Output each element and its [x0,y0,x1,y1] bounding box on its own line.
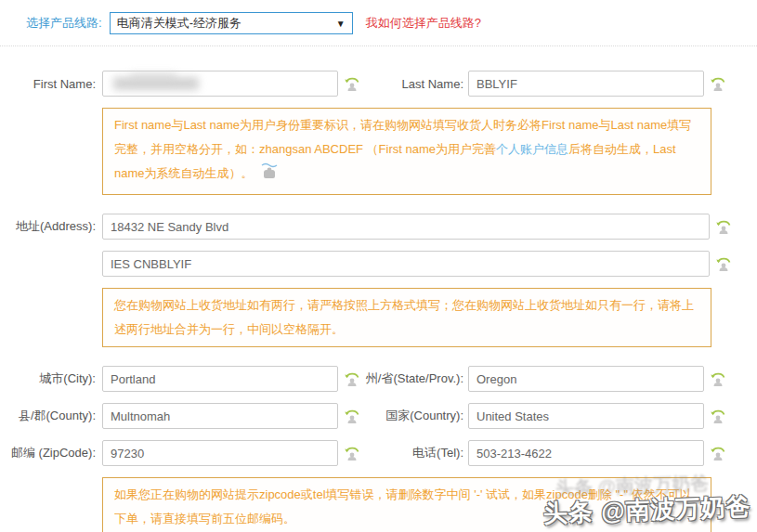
first-name-input[interactable] [102,71,338,97]
sync-contact-icon[interactable] [341,405,363,427]
route-select-dropdown[interactable]: 电商清关模式-经济服务 ▼ [110,12,353,34]
country-input[interactable] [468,403,704,429]
sync-contact-icon[interactable] [341,368,363,390]
county-label: 县/郡(County): [0,408,102,424]
county-country-row: 县/郡(County): 国家(Country): [0,403,757,429]
sync-contact-icon[interactable] [707,368,729,390]
account-info-link[interactable]: 个人账户信息 [496,142,568,156]
address-input[interactable] [102,214,710,240]
name-notice-box: First name与Last name为用户身份重要标识，请在购物网站填写收货… [102,108,711,195]
state-label: 州/省(State/Prov.): [363,370,468,387]
address-notice-box: 您在购物网站上收货地址如有两行，请严格按照上方格式填写；您在购物网站上收货地址如… [102,288,711,347]
tel-label: 电话(Tel): [363,445,468,461]
dotted-separator [0,45,757,46]
zipcode-label: 邮编 (ZipCode): [0,445,102,461]
last-name-input[interactable] [468,71,704,97]
first-name-field [102,71,338,97]
address2-input[interactable] [102,251,710,277]
tel-input[interactable] [468,440,704,466]
first-name-label: First Name: [0,77,102,91]
sync-contact-icon[interactable] [707,442,729,464]
address-label: 地址(Address): [0,218,102,235]
city-state-row: 城市(City): 州/省(State/Prov.): [0,366,757,392]
address-row: 地址(Address): [0,214,757,240]
puzzle-icon [259,162,280,189]
route-help-link[interactable]: 我如何选择产品线路? [366,15,481,32]
sync-contact-icon[interactable] [707,405,729,427]
state-input[interactable] [468,366,704,392]
chevron-down-icon: ▼ [336,19,346,29]
name-row: First Name: Last Name: [0,71,757,97]
sync-contact-icon[interactable] [341,72,363,95]
last-name-label: Last Name: [363,77,468,91]
sync-contact-icon[interactable] [341,442,363,464]
country-label: 国家(Country): [363,408,468,424]
city-label: 城市(City): [0,370,102,387]
address-form: First Name: Last Name: Fir [0,71,757,532]
city-input[interactable] [102,366,338,392]
route-select-value: 电商清关模式-经济服务 [117,15,241,32]
address2-row [0,251,757,277]
address-notice-text: 您在购物网站上收货地址如有两行，请严格按照上方格式填写；您在购物网站上收货地址如… [114,298,694,336]
sync-contact-icon[interactable] [712,253,735,275]
zip-tel-row: 邮编 (ZipCode): 电话(Tel): [0,440,757,466]
zipcode-input[interactable] [102,440,338,466]
county-input[interactable] [102,403,338,429]
route-selector-bar: 选择产品线路: 电商清关模式-经济服务 ▼ 我如何选择产品线路? [0,0,757,34]
route-label: 选择产品线路: [26,15,102,32]
sync-contact-icon[interactable] [712,215,735,238]
sync-contact-icon[interactable] [707,72,729,95]
